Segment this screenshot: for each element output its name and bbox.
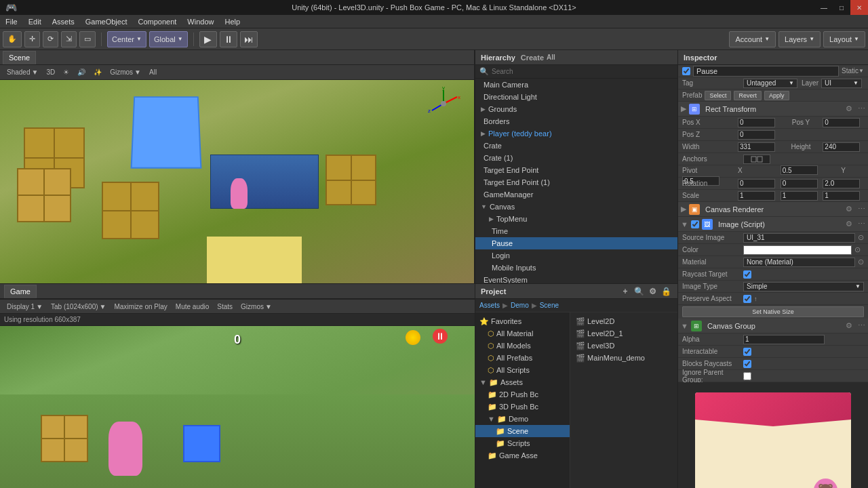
folder-game-assets[interactable]: 📁 Game Asse xyxy=(475,449,570,462)
folder-scripts[interactable]: 📁 Scripts xyxy=(475,437,570,449)
display-select[interactable]: Display 1 ▼ xyxy=(4,300,45,312)
height-field[interactable] xyxy=(823,142,860,152)
image-script-more[interactable]: ⋯ xyxy=(858,220,865,228)
prefab-select-btn[interactable]: Select xyxy=(705,91,731,100)
minimize-button[interactable]: — xyxy=(815,0,833,15)
prefab-revert-btn[interactable]: Revert xyxy=(734,91,762,100)
interactable-toggle[interactable] xyxy=(743,348,751,356)
fav-all-models[interactable]: ⬡ All Models xyxy=(475,340,570,352)
fav-all-material[interactable]: ⬡ All Material xyxy=(475,327,570,340)
menu-gameobject[interactable]: GameObject xyxy=(80,15,133,28)
color-swatch[interactable] xyxy=(743,245,852,255)
hierarchy-item-time[interactable]: Time xyxy=(475,225,677,237)
pos-x-field[interactable] xyxy=(738,118,775,127)
rot-y-field[interactable] xyxy=(781,179,818,188)
folder-3d-push[interactable]: 📁 3D Push Bc xyxy=(475,401,570,413)
file-level2d1[interactable]: 🎬 Level2D_1 xyxy=(573,327,675,340)
project-settings-btn[interactable]: ⚙ xyxy=(646,285,658,298)
ignore-parent-toggle[interactable] xyxy=(743,372,751,380)
hierarchy-item-borders[interactable]: Borders xyxy=(475,115,677,127)
game-pause-icon[interactable]: ⏸ xyxy=(433,329,448,344)
scale-tool-button[interactable]: ⇲ xyxy=(61,31,77,47)
hierarchy-item-game-manager[interactable]: GameManager xyxy=(475,188,677,201)
rect-transform-settings[interactable]: ⚙ xyxy=(846,104,852,113)
hierarchy-item-pause[interactable]: Pause xyxy=(475,237,677,249)
breadcrumb-demo[interactable]: Demo xyxy=(511,302,529,309)
hierarchy-item-grounds[interactable]: ▶Grounds xyxy=(475,103,677,115)
tab-game[interactable]: Game xyxy=(4,285,37,298)
image-type-field[interactable]: Simple ▼ xyxy=(743,282,864,291)
pos-y-field[interactable] xyxy=(823,118,860,127)
scale-z-field[interactable] xyxy=(823,191,860,201)
window-controls[interactable]: — □ ✕ xyxy=(815,0,868,15)
maximize-on-play-btn[interactable]: Maximize on Play xyxy=(111,300,170,312)
folder-scene[interactable]: 📁 Scene xyxy=(475,425,570,437)
game-canvas[interactable]: 0 ⏸ ◀ ▶ ▲ xyxy=(0,326,475,488)
hierarchy-item-login[interactable]: Login xyxy=(475,249,677,262)
scene-all-btn[interactable]: All xyxy=(146,66,159,79)
assets-header[interactable]: ▼ 📁 Assets xyxy=(475,376,570,388)
color-pick[interactable]: ⊙ xyxy=(854,245,861,254)
preserve-aspect-toggle[interactable] xyxy=(743,295,751,303)
scene-shaded-select[interactable]: Shaded ▼ xyxy=(4,66,41,79)
menu-help[interactable]: Help xyxy=(219,15,245,28)
hand-tool-button[interactable]: ✋ xyxy=(3,31,22,47)
canvas-group-settings[interactable]: ⚙ xyxy=(846,321,852,330)
scene-canvas[interactable]: x y z xyxy=(0,80,474,284)
hierarchy-item-mobile-inputs[interactable]: Mobile Inputs xyxy=(475,262,677,274)
fav-all-scripts[interactable]: ⬡ All Scripts xyxy=(475,364,570,376)
blocks-raycasts-toggle[interactable] xyxy=(743,360,751,368)
tab-scene[interactable]: Scene xyxy=(3,51,36,64)
image-script-header[interactable]: ▼ 🖼 Image (Script) ⚙ ⋯ xyxy=(678,217,868,232)
close-button[interactable]: ✕ xyxy=(850,0,868,15)
scale-x-field[interactable] xyxy=(738,191,775,201)
favorites-header[interactable]: ⭐ Favorites xyxy=(475,315,570,327)
menu-window[interactable]: Window xyxy=(182,15,219,28)
scene-light-toggle[interactable]: ☀ xyxy=(60,66,72,79)
hierarchy-item-crate1[interactable]: Crate (1) xyxy=(475,152,677,164)
scene-2d-toggle[interactable]: 3D xyxy=(43,66,58,79)
set-native-size-btn[interactable]: Set Native Size xyxy=(682,306,864,317)
rot-z-field[interactable] xyxy=(823,179,860,188)
resolution-select[interactable]: Tab (1024x600) ▼ xyxy=(48,300,108,312)
file-level3d[interactable]: 🎬 Level3D xyxy=(573,340,675,352)
hierarchy-create-btn[interactable]: Create xyxy=(521,54,544,62)
material-field[interactable]: None (Material) xyxy=(743,258,855,267)
hierarchy-item-main-camera[interactable]: Main Camera xyxy=(475,79,677,91)
breadcrumb-scene[interactable]: Scene xyxy=(540,302,559,309)
scale-y-field[interactable] xyxy=(781,191,818,201)
prefab-apply-btn[interactable]: Apply xyxy=(764,91,789,100)
source-image-pick[interactable]: ⊙ xyxy=(858,233,864,242)
menu-edit[interactable]: Edit xyxy=(23,15,47,28)
layers-button[interactable]: Layers ▼ xyxy=(778,31,821,47)
rot-x-field[interactable] xyxy=(738,179,775,188)
pause-button[interactable]: ⏸ xyxy=(220,31,237,47)
move-tool-button[interactable]: ✛ xyxy=(24,31,40,47)
stats-btn[interactable]: Stats xyxy=(214,300,235,312)
menu-component[interactable]: Component xyxy=(132,15,182,28)
pivot-mode-button[interactable]: Center ▼ xyxy=(107,31,146,47)
scene-gizmos-btn[interactable]: Gizmos ▼ xyxy=(107,66,144,79)
anchors-control[interactable] xyxy=(743,155,770,164)
canvas-renderer-settings[interactable]: ⚙ xyxy=(846,205,852,214)
layout-button[interactable]: Layout ▼ xyxy=(823,31,865,47)
hierarchy-all-label[interactable]: All xyxy=(547,54,555,61)
hierarchy-item-topmenu[interactable]: ▶TopMenu xyxy=(475,213,677,225)
canvas-group-more[interactable]: ⋯ xyxy=(858,321,865,330)
alpha-field[interactable] xyxy=(743,335,825,344)
pivot-x-field[interactable] xyxy=(781,165,818,175)
material-pick[interactable]: ⊙ xyxy=(858,258,864,266)
raycast-toggle[interactable] xyxy=(743,270,751,279)
canvas-group-header[interactable]: ▼ ⊞ Canvas Group ⚙ ⋯ xyxy=(678,319,868,333)
source-image-field[interactable]: UI_31 xyxy=(743,233,855,243)
hierarchy-item-target-end-point1[interactable]: Target End Point (1) xyxy=(475,176,677,188)
project-lock-btn[interactable]: 🔒 xyxy=(660,285,672,298)
step-button[interactable]: ⏭ xyxy=(240,31,258,47)
file-mainmenu[interactable]: 🎬 MainMenu_demo xyxy=(573,352,675,364)
project-search-btn[interactable]: 🔍 xyxy=(633,285,645,298)
pivot-space-button[interactable]: Global ▼ xyxy=(149,31,188,47)
account-button[interactable]: Account ▼ xyxy=(729,31,776,47)
menu-file[interactable]: File xyxy=(0,15,23,28)
hierarchy-item-crate[interactable]: Crate xyxy=(475,140,677,152)
play-button[interactable]: ▶ xyxy=(199,31,217,47)
